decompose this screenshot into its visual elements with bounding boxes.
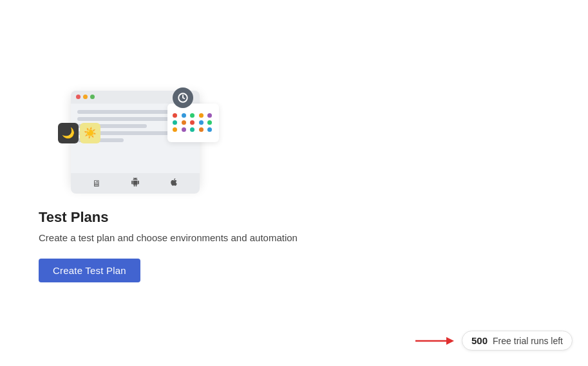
- desktop-icon: 🖥: [92, 178, 101, 188]
- color-dot: [190, 127, 194, 132]
- dot-yellow: [83, 95, 88, 99]
- page-title: Test Plans: [39, 209, 108, 226]
- arrow-icon: [415, 333, 454, 349]
- dark-mode-icon: 🌙: [58, 123, 79, 143]
- color-dot: [199, 120, 204, 125]
- dot-green: [90, 95, 95, 99]
- trial-count: 500: [471, 335, 488, 346]
- svg-marker-2: [446, 337, 454, 345]
- arrow-container: [415, 333, 454, 349]
- page-description: Create a test plan and choose environmen…: [39, 232, 298, 243]
- illustration: 🌙 ☀️ 🖥: [52, 84, 219, 194]
- trial-label: Free trial runs left: [493, 336, 563, 346]
- color-dot: [190, 113, 194, 118]
- color-dot: [182, 113, 186, 118]
- color-dot: [173, 120, 177, 125]
- light-mode-icon: ☀️: [80, 123, 100, 143]
- color-dot: [199, 113, 204, 118]
- create-test-plan-button[interactable]: Create Test Plan: [39, 259, 140, 282]
- color-dot: [207, 127, 212, 132]
- apple-icon: [169, 178, 178, 188]
- color-dot: [207, 120, 212, 125]
- color-dot: [182, 127, 186, 132]
- mode-icons: 🌙 ☀️: [58, 123, 100, 143]
- trial-pill: 500 Free trial runs left: [462, 331, 573, 351]
- device-bar: 🖥: [71, 173, 200, 194]
- color-dot: [173, 113, 177, 118]
- trial-badge: 500 Free trial runs left: [415, 331, 573, 351]
- color-dot: [190, 120, 194, 125]
- clock-icon: [173, 87, 193, 108]
- color-dot: [199, 127, 204, 132]
- content-line: [77, 117, 170, 121]
- color-dot: [182, 120, 186, 125]
- color-dot: [173, 127, 177, 132]
- color-dot: [207, 113, 212, 118]
- android-icon: [131, 178, 140, 188]
- main-content: 🌙 ☀️ 🖥 Test Plans Create a test plan and…: [0, 0, 588, 366]
- dot-red: [76, 95, 81, 99]
- dots-panel: [167, 104, 219, 142]
